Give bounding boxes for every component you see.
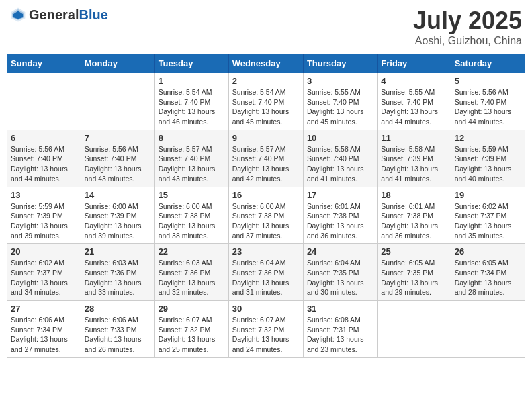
day-number: 16 <box>232 190 300 200</box>
calendar-day-16: 16Sunrise: 6:00 AM Sunset: 7:38 PM Dayli… <box>228 187 303 244</box>
day-number: 14 <box>85 190 151 200</box>
calendar-week-4: 20Sunrise: 6:02 AM Sunset: 7:37 PM Dayli… <box>7 244 525 301</box>
day-info: Sunrise: 5:58 AM Sunset: 7:40 PM Dayligh… <box>307 144 373 184</box>
calendar-day-27: 27Sunrise: 6:06 AM Sunset: 7:34 PM Dayli… <box>7 301 81 358</box>
day-info: Sunrise: 6:06 AM Sunset: 7:33 PM Dayligh… <box>85 315 151 355</box>
calendar-day-20: 20Sunrise: 6:02 AM Sunset: 7:37 PM Dayli… <box>7 244 81 301</box>
calendar-day-21: 21Sunrise: 6:03 AM Sunset: 7:36 PM Dayli… <box>81 244 154 301</box>
calendar-day-17: 17Sunrise: 6:01 AM Sunset: 7:38 PM Dayli… <box>303 187 377 244</box>
calendar-day-29: 29Sunrise: 6:07 AM Sunset: 7:32 PM Dayli… <box>154 301 228 358</box>
day-number: 25 <box>381 246 447 257</box>
day-info: Sunrise: 5:56 AM Sunset: 7:40 PM Dayligh… <box>455 87 521 127</box>
calendar-day-1: 1Sunrise: 5:54 AM Sunset: 7:40 PM Daylig… <box>154 73 228 130</box>
day-info: Sunrise: 5:59 AM Sunset: 7:39 PM Dayligh… <box>11 201 77 241</box>
calendar-day-31: 31Sunrise: 6:08 AM Sunset: 7:31 PM Dayli… <box>303 301 377 358</box>
calendar-day-10: 10Sunrise: 5:58 AM Sunset: 7:40 PM Dayli… <box>303 130 377 187</box>
day-number: 7 <box>85 133 151 143</box>
calendar-day-11: 11Sunrise: 5:58 AM Sunset: 7:39 PM Dayli… <box>378 130 451 187</box>
day-info: Sunrise: 6:03 AM Sunset: 7:36 PM Dayligh… <box>159 258 225 298</box>
header-monday: Monday <box>81 54 154 73</box>
day-number: 1 <box>159 76 225 86</box>
day-number: 26 <box>455 246 521 257</box>
day-info: Sunrise: 5:55 AM Sunset: 7:40 PM Dayligh… <box>381 87 447 127</box>
day-number: 20 <box>11 246 77 257</box>
calendar-day-4: 4Sunrise: 5:55 AM Sunset: 7:40 PM Daylig… <box>378 73 451 130</box>
day-number: 28 <box>85 304 151 314</box>
calendar-day-2: 2Sunrise: 5:54 AM Sunset: 7:40 PM Daylig… <box>228 73 303 130</box>
header-friday: Friday <box>378 54 451 73</box>
day-number: 27 <box>11 304 77 314</box>
location-title: Aoshi, Guizhou, China <box>413 35 522 47</box>
day-number: 31 <box>307 304 373 314</box>
calendar-day-28: 28Sunrise: 6:06 AM Sunset: 7:33 PM Dayli… <box>81 301 154 358</box>
day-number: 2 <box>232 76 300 86</box>
day-number: 18 <box>381 190 447 200</box>
calendar-day-22: 22Sunrise: 6:03 AM Sunset: 7:36 PM Dayli… <box>154 244 228 301</box>
calendar-day-6: 6Sunrise: 5:56 AM Sunset: 7:40 PM Daylig… <box>7 130 81 187</box>
calendar-week-2: 6Sunrise: 5:56 AM Sunset: 7:40 PM Daylig… <box>7 130 525 187</box>
header-tuesday: Tuesday <box>154 54 228 73</box>
day-number: 4 <box>381 76 447 86</box>
day-info: Sunrise: 6:03 AM Sunset: 7:36 PM Dayligh… <box>85 258 151 298</box>
day-number: 22 <box>159 246 225 257</box>
day-info: Sunrise: 5:56 AM Sunset: 7:40 PM Dayligh… <box>11 144 77 184</box>
day-info: Sunrise: 6:00 AM Sunset: 7:38 PM Dayligh… <box>159 201 225 241</box>
calendar-day-8: 8Sunrise: 5:57 AM Sunset: 7:40 PM Daylig… <box>154 130 228 187</box>
day-info: Sunrise: 6:04 AM Sunset: 7:36 PM Dayligh… <box>232 258 300 298</box>
day-number: 8 <box>159 133 225 143</box>
calendar-week-5: 27Sunrise: 6:06 AM Sunset: 7:34 PM Dayli… <box>7 301 525 358</box>
month-title: July 2025 <box>413 7 522 35</box>
day-info: Sunrise: 6:01 AM Sunset: 7:38 PM Dayligh… <box>381 201 447 241</box>
calendar-day-12: 12Sunrise: 5:59 AM Sunset: 7:39 PM Dayli… <box>451 130 525 187</box>
day-info: Sunrise: 6:00 AM Sunset: 7:39 PM Dayligh… <box>85 201 151 241</box>
day-info: Sunrise: 5:54 AM Sunset: 7:40 PM Dayligh… <box>232 87 300 127</box>
calendar-header-row: SundayMondayTuesdayWednesdayThursdayFrid… <box>7 54 525 73</box>
day-info: Sunrise: 6:07 AM Sunset: 7:32 PM Dayligh… <box>159 315 225 355</box>
header-sunday: Sunday <box>7 54 81 73</box>
calendar-day-23: 23Sunrise: 6:04 AM Sunset: 7:36 PM Dayli… <box>228 244 303 301</box>
day-info: Sunrise: 6:05 AM Sunset: 7:35 PM Dayligh… <box>381 258 447 298</box>
day-number: 15 <box>159 190 225 200</box>
empty-cell <box>451 301 525 358</box>
calendar-table: SundayMondayTuesdayWednesdayThursdayFrid… <box>7 54 525 358</box>
day-number: 9 <box>232 133 300 143</box>
calendar-day-15: 15Sunrise: 6:00 AM Sunset: 7:38 PM Dayli… <box>154 187 228 244</box>
day-number: 24 <box>307 246 373 257</box>
calendar-day-5: 5Sunrise: 5:56 AM Sunset: 7:40 PM Daylig… <box>451 73 525 130</box>
calendar-day-13: 13Sunrise: 5:59 AM Sunset: 7:39 PM Dayli… <box>7 187 81 244</box>
calendar-week-1: 1Sunrise: 5:54 AM Sunset: 7:40 PM Daylig… <box>7 73 525 130</box>
calendar-day-19: 19Sunrise: 6:02 AM Sunset: 7:37 PM Dayli… <box>451 187 525 244</box>
day-info: Sunrise: 5:54 AM Sunset: 7:40 PM Dayligh… <box>159 87 225 127</box>
header-wednesday: Wednesday <box>228 54 303 73</box>
day-info: Sunrise: 5:57 AM Sunset: 7:40 PM Dayligh… <box>159 144 225 184</box>
logo-text: GeneralBlue <box>29 7 108 23</box>
calendar-day-25: 25Sunrise: 6:05 AM Sunset: 7:35 PM Dayli… <box>378 244 451 301</box>
calendar-day-24: 24Sunrise: 6:04 AM Sunset: 7:35 PM Dayli… <box>303 244 377 301</box>
title-area: July 2025 Aoshi, Guizhou, China <box>413 7 522 47</box>
empty-cell <box>81 73 154 130</box>
day-number: 23 <box>232 246 300 257</box>
day-info: Sunrise: 6:02 AM Sunset: 7:37 PM Dayligh… <box>11 258 77 298</box>
calendar-day-30: 30Sunrise: 6:07 AM Sunset: 7:32 PM Dayli… <box>228 301 303 358</box>
day-number: 11 <box>381 133 447 143</box>
day-info: Sunrise: 6:05 AM Sunset: 7:34 PM Dayligh… <box>455 258 521 298</box>
day-info: Sunrise: 6:01 AM Sunset: 7:38 PM Dayligh… <box>307 201 373 241</box>
day-number: 29 <box>159 304 225 314</box>
day-number: 12 <box>455 133 521 143</box>
empty-cell <box>7 73 81 130</box>
day-number: 30 <box>232 304 300 314</box>
calendar-day-7: 7Sunrise: 5:56 AM Sunset: 7:40 PM Daylig… <box>81 130 154 187</box>
day-info: Sunrise: 6:02 AM Sunset: 7:37 PM Dayligh… <box>455 201 521 241</box>
day-info: Sunrise: 5:55 AM Sunset: 7:40 PM Dayligh… <box>307 87 373 127</box>
day-info: Sunrise: 6:04 AM Sunset: 7:35 PM Dayligh… <box>307 258 373 298</box>
header-thursday: Thursday <box>303 54 377 73</box>
logo-icon <box>10 7 26 23</box>
day-number: 10 <box>307 133 373 143</box>
calendar-day-9: 9Sunrise: 5:57 AM Sunset: 7:40 PM Daylig… <box>228 130 303 187</box>
calendar-day-14: 14Sunrise: 6:00 AM Sunset: 7:39 PM Dayli… <box>81 187 154 244</box>
day-info: Sunrise: 6:08 AM Sunset: 7:31 PM Dayligh… <box>307 315 373 355</box>
calendar-day-26: 26Sunrise: 6:05 AM Sunset: 7:34 PM Dayli… <box>451 244 525 301</box>
calendar-day-18: 18Sunrise: 6:01 AM Sunset: 7:38 PM Dayli… <box>378 187 451 244</box>
day-number: 5 <box>455 76 521 86</box>
page-header: GeneralBlue July 2025 Aoshi, Guizhou, Ch… <box>7 7 525 47</box>
